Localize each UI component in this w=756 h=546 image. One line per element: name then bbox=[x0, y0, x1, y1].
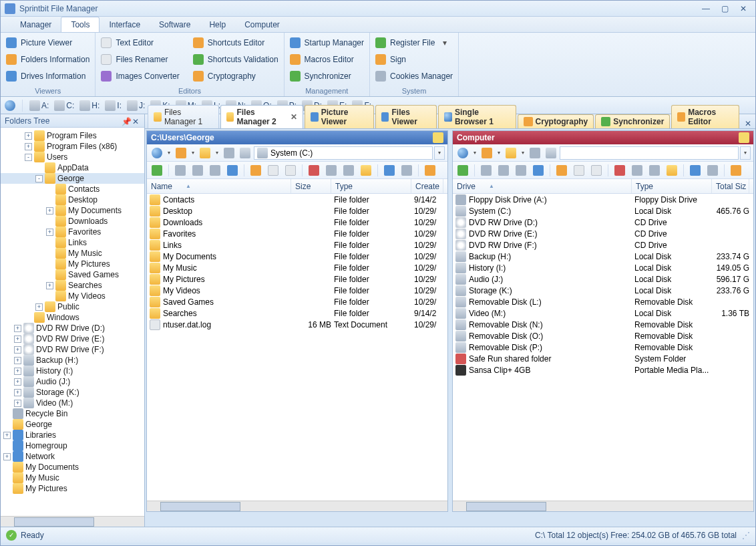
list-item[interactable]: My MusicFile folder10/29/ bbox=[147, 262, 447, 273]
column-header[interactable]: Drive bbox=[453, 179, 632, 193]
expand-icon[interactable]: + bbox=[14, 400, 21, 407]
action-button[interactable] bbox=[266, 163, 280, 178]
tree-item[interactable]: +Network bbox=[1, 451, 144, 462]
action-button[interactable] bbox=[173, 163, 188, 178]
list-item[interactable]: Sansa Clip+ 4GBPortable Media Pla... bbox=[453, 364, 753, 376]
toolbar-button[interactable] bbox=[198, 146, 212, 160]
action-button[interactable] bbox=[208, 163, 222, 178]
menu-tools[interactable]: Tools bbox=[61, 17, 100, 32]
tree-item[interactable]: My Pictures bbox=[1, 483, 144, 494]
tree-item[interactable]: My Documents bbox=[1, 462, 144, 472]
ribbon-picture-viewer[interactable]: Picture Viewer bbox=[6, 35, 89, 50]
action-button[interactable] bbox=[283, 163, 298, 178]
expand-icon[interactable]: + bbox=[46, 207, 53, 215]
list-item[interactable]: DesktopFile folder10/29/ bbox=[147, 205, 447, 217]
list-item[interactable]: ntuser.dat.log16 MBText Document10/29/ bbox=[147, 319, 447, 330]
dropdown-icon[interactable]: ▾ bbox=[520, 150, 526, 156]
menu-computer[interactable]: Computer bbox=[235, 17, 289, 32]
expand-icon[interactable]: + bbox=[25, 132, 32, 140]
action-button[interactable] bbox=[729, 163, 743, 178]
dropdown-icon[interactable]: ▾ bbox=[471, 150, 478, 156]
tab-macros-editor[interactable]: Macros Editor bbox=[671, 105, 739, 128]
action-button[interactable] bbox=[399, 163, 414, 178]
list-item[interactable]: DVD RW Drive (D:)CD Drive bbox=[453, 217, 753, 228]
expand-icon[interactable]: + bbox=[14, 389, 21, 396]
expand-icon[interactable] bbox=[25, 314, 32, 321]
resize-grip-icon[interactable]: ⋰ bbox=[742, 531, 750, 540]
list-hscroll[interactable] bbox=[147, 501, 447, 511]
expand-icon[interactable]: + bbox=[35, 303, 43, 311]
column-header[interactable]: Total Siz bbox=[712, 179, 749, 193]
expand-icon[interactable] bbox=[3, 474, 11, 482]
tree-item[interactable]: Windows bbox=[1, 312, 144, 323]
ribbon-drives-information[interactable]: Drives Information bbox=[6, 69, 89, 84]
tree-item[interactable]: +Audio (J:) bbox=[1, 376, 144, 387]
tree-item[interactable]: AppData bbox=[1, 162, 144, 173]
drive-J[interactable]: J: bbox=[127, 100, 145, 111]
action-button[interactable] bbox=[496, 163, 511, 178]
tree-item[interactable]: +My Documents bbox=[1, 205, 144, 216]
action-button[interactable] bbox=[572, 163, 586, 178]
drive-A[interactable]: A: bbox=[29, 100, 49, 111]
list-item[interactable]: My DocumentsFile folder10/29/ bbox=[147, 251, 447, 262]
drive-H[interactable]: H: bbox=[79, 100, 100, 111]
tree-item[interactable]: +DVD RW Drive (E:) bbox=[1, 333, 144, 344]
tree-item[interactable]: Homegroup bbox=[1, 440, 144, 451]
menu-interface[interactable]: Interface bbox=[100, 17, 150, 32]
list-item[interactable]: FavoritesFile folder10/29/ bbox=[147, 228, 447, 239]
column-header[interactable]: Type bbox=[331, 179, 411, 193]
ribbon-macros-editor[interactable]: Macros Editor bbox=[290, 52, 364, 67]
file-list[interactable]: Floppy Disk Drive (A:)Floppy Disk DriveS… bbox=[453, 194, 753, 501]
action-button[interactable] bbox=[688, 163, 703, 178]
ribbon-register-file[interactable]: Register File▾ bbox=[375, 35, 453, 50]
expand-icon[interactable]: - bbox=[25, 154, 32, 161]
ribbon-startup-manager[interactable]: Startup Manager bbox=[290, 35, 364, 50]
menu-help[interactable]: Help bbox=[200, 17, 235, 32]
list-item[interactable]: LinksFile folder10/29/ bbox=[147, 239, 447, 251]
tab-files-manager-2[interactable]: Files Manager 2✕ bbox=[220, 105, 303, 128]
list-item[interactable]: My VideosFile folder10/29/ bbox=[147, 285, 447, 296]
expand-icon[interactable] bbox=[3, 485, 11, 493]
expand-icon[interactable]: + bbox=[14, 346, 21, 354]
tree-item[interactable]: George bbox=[1, 419, 144, 430]
tree-item[interactable]: +Favorites bbox=[1, 227, 144, 237]
expand-icon[interactable] bbox=[46, 218, 53, 225]
tree-item[interactable]: +Storage (K:) bbox=[1, 387, 144, 398]
expand-icon[interactable] bbox=[46, 196, 53, 204]
action-button[interactable] bbox=[531, 163, 546, 178]
tree-item[interactable]: My Pictures bbox=[1, 259, 144, 269]
action-button[interactable] bbox=[514, 163, 528, 178]
favorite-icon[interactable] bbox=[739, 132, 749, 143]
dropdown-icon[interactable]: ▾ bbox=[166, 150, 172, 156]
tree-item[interactable]: +Libraries bbox=[1, 430, 144, 440]
action-button[interactable] bbox=[665, 163, 679, 178]
action-button[interactable] bbox=[554, 163, 569, 178]
tab-picture-viewer[interactable]: Picture Viewer bbox=[305, 105, 374, 128]
list-item[interactable]: Backup (H:)Local Disk233.74 G bbox=[453, 251, 753, 262]
dropdown-icon[interactable]: ▾ bbox=[190, 150, 196, 156]
list-item[interactable]: DownloadsFile folder10/29/ bbox=[147, 217, 447, 228]
toolbar-button[interactable] bbox=[528, 146, 542, 160]
file-list[interactable]: ContactsFile folder9/14/2DesktopFile fol… bbox=[147, 194, 447, 501]
address-input[interactable]: System (C:) bbox=[254, 146, 433, 160]
action-button[interactable] bbox=[589, 163, 604, 178]
column-header[interactable]: Create bbox=[411, 179, 443, 193]
action-button[interactable] bbox=[248, 163, 263, 178]
toolbar-button[interactable] bbox=[238, 146, 252, 160]
expand-icon[interactable]: + bbox=[14, 378, 21, 386]
toolbar-button[interactable] bbox=[504, 146, 518, 160]
expand-icon[interactable] bbox=[46, 186, 53, 193]
dropdown-icon[interactable]: ▾ bbox=[496, 150, 502, 156]
column-header[interactable]: Size bbox=[291, 179, 331, 193]
address-input[interactable] bbox=[560, 146, 739, 160]
expand-icon[interactable]: + bbox=[14, 335, 21, 343]
tree-item[interactable]: +Video (M:) bbox=[1, 398, 144, 408]
toolbar-button[interactable] bbox=[150, 146, 164, 160]
ribbon-shortcuts-validation[interactable]: Shortcuts Validation bbox=[193, 52, 278, 67]
list-item[interactable]: Removable Disk (N:)Removable Disk bbox=[453, 319, 753, 330]
close-button[interactable]: ✕ bbox=[735, 3, 751, 14]
expand-icon[interactable] bbox=[3, 464, 11, 471]
tree-item[interactable]: +Searches bbox=[1, 280, 144, 291]
expand-icon[interactable] bbox=[46, 250, 53, 257]
tab-synchronizer[interactable]: Synchronizer bbox=[595, 114, 670, 128]
